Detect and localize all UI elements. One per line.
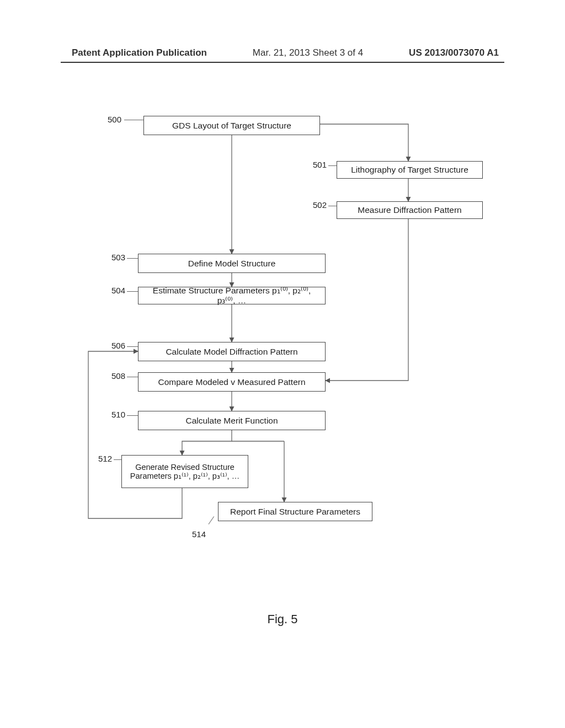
- box-compare: Compare Modeled v Measured Pattern: [138, 372, 326, 392]
- leader-506: [127, 346, 138, 347]
- leader-501: [328, 165, 337, 166]
- leader-502: [328, 206, 337, 206]
- label-502: 502: [313, 200, 327, 210]
- header-mid: Mar. 21, 2013 Sheet 3 of 4: [253, 47, 363, 58]
- leader-503: [127, 258, 138, 259]
- header-right: US 2013/0073070 A1: [409, 47, 499, 58]
- leader-508: [127, 377, 138, 377]
- flowchart: GDS Layout of Target Structure Lithograp…: [66, 110, 491, 607]
- header-left: Patent Application Publication: [72, 47, 207, 58]
- label-503: 503: [111, 253, 125, 262]
- box-lithography: Lithography of Target Structure: [337, 161, 483, 179]
- page-header: Patent Application Publication Mar. 21, …: [0, 47, 565, 58]
- box-gds-layout: GDS Layout of Target Structure: [143, 116, 320, 135]
- label-506: 506: [111, 341, 125, 350]
- label-504: 504: [111, 286, 125, 295]
- box-report-final: Report Final Structure Parameters: [218, 502, 372, 521]
- leader-510: [127, 415, 138, 416]
- header-rule: [61, 62, 504, 63]
- leader-504: [127, 291, 138, 292]
- box-revised-params: Generate Revised Structure Parameters p₁…: [121, 455, 248, 488]
- label-512: 512: [98, 454, 112, 463]
- box-estimate-params: Estimate Structure Parameters p₁⁽⁰⁾, p₂⁽…: [138, 287, 326, 304]
- label-501: 501: [313, 160, 327, 169]
- label-510: 510: [111, 410, 125, 419]
- label-500: 500: [108, 115, 121, 124]
- box-merit-function: Calculate Merit Function: [138, 411, 326, 430]
- leader-512: [114, 459, 121, 460]
- box-measure-diffraction: Measure Diffraction Pattern: [337, 201, 483, 219]
- box-define-model: Define Model Structure: [138, 254, 326, 273]
- label-514: 514: [192, 529, 206, 539]
- leader-514: [209, 516, 215, 524]
- label-508: 508: [111, 371, 125, 381]
- figure-caption: Fig. 5: [0, 612, 565, 627]
- box-calc-model-diffraction: Calculate Model Diffraction Pattern: [138, 342, 326, 361]
- leader-500: [124, 120, 143, 120]
